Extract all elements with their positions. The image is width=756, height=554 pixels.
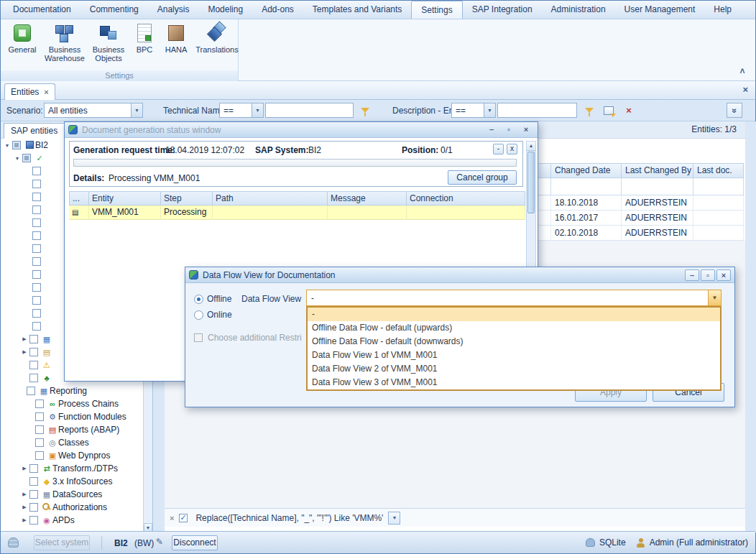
tree-checkbox[interactable] bbox=[32, 296, 41, 305]
grid-cell[interactable] bbox=[693, 226, 744, 241]
grid-cell[interactable]: 02.10.2018 bbox=[551, 226, 622, 241]
menu-item-user-management[interactable]: User Management bbox=[615, 1, 705, 19]
description-input[interactable] bbox=[497, 103, 577, 118]
grid-column-header-last-doc[interactable]: Last doc. bbox=[693, 163, 744, 178]
tree-row-reporting[interactable]: ▦ Reporting bbox=[1, 384, 143, 397]
dropdown-option[interactable]: Data Flow View 2 of VMM_M001 bbox=[308, 362, 720, 376]
ribbon-button-business-objects[interactable]: Business Objects bbox=[88, 21, 129, 63]
menu-item-templates-variants[interactable]: Templates and Variants bbox=[303, 1, 412, 19]
expander-icon[interactable]: ▼ bbox=[2, 143, 12, 148]
status-column-connection[interactable]: Connection bbox=[407, 191, 525, 206]
ribbon-button-hana[interactable]: HANA bbox=[160, 21, 192, 63]
maximize-icon[interactable]: ▫ bbox=[501, 124, 517, 136]
tree-row-reports-abap[interactable]: ▤ Reports (ABAP) bbox=[1, 423, 143, 436]
dropdown-option[interactable]: - bbox=[308, 308, 720, 321]
tree-checkbox[interactable] bbox=[32, 206, 41, 214]
minimize-icon[interactable]: – bbox=[685, 269, 699, 281]
status-cell-step[interactable]: Processing bbox=[161, 206, 213, 220]
menu-item-sap-integration[interactable]: SAP Integration bbox=[463, 1, 542, 19]
grid-cell[interactable]: ADUERRSTEIN bbox=[622, 226, 693, 241]
collapse-request-button[interactable]: - bbox=[493, 144, 504, 154]
tree-checkbox[interactable] bbox=[32, 270, 41, 279]
tree-checkbox[interactable] bbox=[32, 167, 41, 175]
ribbon-button-general[interactable]: General bbox=[4, 21, 41, 63]
scroll-up-icon[interactable]: ▲ bbox=[527, 142, 535, 151]
status-cell-message[interactable] bbox=[328, 206, 407, 220]
tab-close-icon[interactable]: × bbox=[44, 88, 48, 96]
tree-checkbox[interactable] bbox=[29, 516, 38, 525]
menu-item-analysis[interactable]: Analysis bbox=[148, 1, 199, 19]
tree-checkbox[interactable] bbox=[29, 348, 38, 356]
tree-row-process-chains[interactable]: ∞ Process Chains bbox=[1, 397, 143, 410]
tree-checkbox[interactable] bbox=[32, 283, 41, 292]
db-type-label[interactable]: SQLite bbox=[599, 537, 626, 548]
status-column-step[interactable]: Step bbox=[161, 191, 213, 206]
tree-row-datasources[interactable]: ▶ ▦ DataSources bbox=[1, 488, 143, 501]
grid-cell[interactable]: 18.10.2018 bbox=[551, 195, 622, 211]
dropdown-option[interactable]: Offline Data Flow - default (upwards) bbox=[308, 321, 720, 335]
tree-checkbox[interactable] bbox=[35, 425, 44, 434]
status-column-entity[interactable]: Entity bbox=[89, 191, 161, 206]
grid-cell[interactable]: ADUERRSTEIN bbox=[622, 211, 693, 226]
online-radio[interactable] bbox=[194, 310, 203, 320]
status-table-row[interactable]: ▤ VMM_M001 Processing bbox=[69, 206, 525, 220]
scenario-select[interactable]: All entities ▼ bbox=[44, 103, 143, 118]
tree-checkbox[interactable] bbox=[32, 322, 41, 331]
tree-checkbox[interactable] bbox=[32, 231, 41, 240]
ribbon-button-translations[interactable]: Translations bbox=[193, 21, 241, 63]
menu-item-commenting[interactable]: Commenting bbox=[80, 1, 148, 19]
select-system-button[interactable]: Select system bbox=[34, 535, 90, 550]
offline-radio[interactable] bbox=[194, 295, 203, 304]
chevron-down-icon[interactable]: ▼ bbox=[708, 290, 721, 305]
filter-grid-button[interactable] bbox=[601, 103, 616, 117]
tree-checkbox[interactable] bbox=[35, 412, 44, 421]
expander-icon[interactable]: ▶ bbox=[19, 491, 29, 497]
tree-checkbox[interactable] bbox=[32, 257, 41, 266]
tree-checkbox[interactable] bbox=[29, 464, 38, 473]
status-column-path[interactable]: Path bbox=[213, 191, 328, 206]
expander-icon[interactable]: ▼ bbox=[12, 156, 22, 161]
grid-cell[interactable]: ADUERRSTEIN bbox=[622, 195, 693, 211]
menu-item-help[interactable]: Help bbox=[704, 1, 741, 19]
tree-row-function-modules[interactable]: ⚙ Function Modules bbox=[1, 410, 143, 423]
tree-checkbox[interactable] bbox=[35, 451, 44, 460]
disconnect-button[interactable]: Disconnect bbox=[172, 535, 218, 550]
status-column-dots[interactable]: ... bbox=[69, 191, 89, 206]
tabstrip-close-icon[interactable]: × bbox=[742, 84, 748, 95]
data-flow-view-select[interactable]: - ▼ bbox=[306, 290, 722, 306]
grid-filter-cell[interactable] bbox=[693, 178, 744, 195]
tree-checkbox[interactable] bbox=[32, 309, 41, 318]
grid-column-header-last-changed-by[interactable]: Last Changed By bbox=[622, 163, 693, 178]
current-user-label[interactable]: Admin (Full administrator) bbox=[650, 537, 748, 548]
status-cell-connection[interactable] bbox=[407, 206, 525, 220]
tree-checkbox[interactable] bbox=[35, 438, 44, 447]
menu-item-documentation[interactable]: Documentation bbox=[4, 1, 80, 19]
close-icon[interactable]: × bbox=[518, 124, 534, 136]
grid-cell[interactable] bbox=[693, 211, 744, 226]
close-filter-icon[interactable]: × bbox=[170, 514, 174, 522]
chevron-down-icon[interactable]: ▼ bbox=[484, 103, 495, 117]
expander-icon[interactable]: ▶ bbox=[19, 336, 29, 342]
chevron-down-icon[interactable]: ▼ bbox=[131, 103, 142, 117]
dropdown-option[interactable]: Offline Data Flow - default (downwards) bbox=[308, 335, 720, 348]
ribbon-button-business-warehouse[interactable]: Business Warehouse bbox=[42, 21, 87, 63]
status-column-message[interactable]: Message bbox=[328, 191, 407, 206]
cancel-group-button[interactable]: Cancel group bbox=[448, 170, 517, 185]
close-icon[interactable]: × bbox=[716, 269, 731, 281]
tree-checkbox[interactable] bbox=[29, 477, 38, 486]
tree-checkbox[interactable] bbox=[29, 335, 38, 343]
status-cell-path[interactable] bbox=[213, 206, 328, 220]
tree-checkbox[interactable] bbox=[12, 141, 21, 149]
edit-system-pencil-icon[interactable]: ✎ bbox=[156, 537, 163, 547]
tree-row-3x-infosources[interactable]: ◆ 3.x InfoSources bbox=[1, 475, 143, 488]
dialog-title-bar[interactable]: Data Flow View for Documentation – ▫ × bbox=[185, 267, 734, 283]
additional-restrictions-checkbox[interactable] bbox=[194, 333, 203, 342]
tree-checkbox[interactable] bbox=[29, 361, 38, 369]
tree-checkbox[interactable] bbox=[29, 490, 38, 499]
tree-row-classes[interactable]: ◎ Classes bbox=[1, 436, 143, 449]
ribbon-collapse-button[interactable]: ˄ bbox=[735, 67, 750, 78]
expander-icon[interactable]: ▶ bbox=[19, 504, 29, 510]
tree-row-transform-dtps[interactable]: ▶ ⇄ Transform./DTPs bbox=[1, 462, 143, 475]
dialog-title-bar[interactable]: Document generation status window – ▫ × bbox=[65, 122, 538, 138]
menu-item-modeling[interactable]: Modeling bbox=[198, 1, 252, 19]
